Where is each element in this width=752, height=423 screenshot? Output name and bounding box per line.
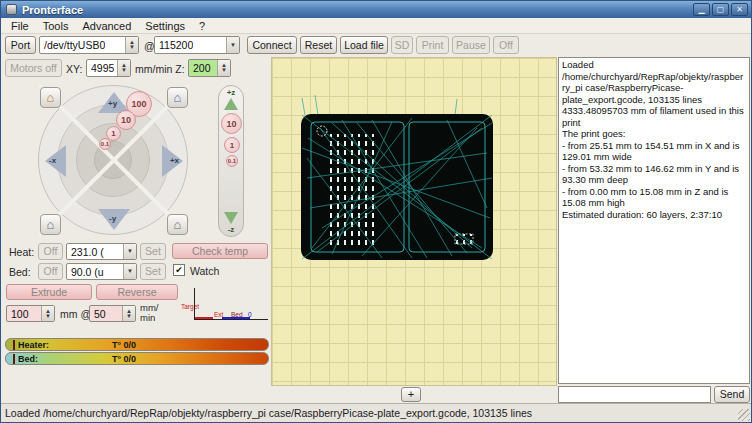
bed-temp-select[interactable]: 90.0 (u ▼ bbox=[66, 263, 137, 280]
minus-y-label: -y bbox=[109, 214, 116, 223]
port-button[interactable]: Port bbox=[5, 36, 36, 54]
command-input[interactable] bbox=[558, 386, 711, 403]
baud-value: 115200 bbox=[159, 39, 193, 51]
menu-settings[interactable]: Settings bbox=[138, 19, 192, 33]
spinner-arrows-icon[interactable]: ▲▼ bbox=[122, 306, 135, 321]
pause-button[interactable]: Pause bbox=[452, 36, 490, 54]
reset-button[interactable]: Reset bbox=[300, 36, 337, 54]
xy-feed-label: XY: bbox=[66, 63, 82, 75]
check-temp-button[interactable]: Check temp bbox=[172, 243, 268, 259]
menu-tools[interactable]: Tools bbox=[36, 19, 76, 33]
xy-step-10[interactable]: 10 bbox=[116, 110, 136, 130]
gcode-print-preview bbox=[272, 58, 558, 387]
resize-grip[interactable] bbox=[738, 409, 750, 421]
off-button[interactable]: Off bbox=[493, 36, 519, 54]
heater-gauge-value: T° 0/0 bbox=[112, 339, 136, 351]
heat-label: Heat: bbox=[9, 246, 34, 258]
heat-temp-value: 231.0 ( bbox=[71, 246, 104, 258]
xy-feed-input[interactable]: 4995 ▲▼ bbox=[86, 59, 131, 77]
home-icon: ⌂ bbox=[47, 91, 55, 104]
zoom-in-button[interactable]: + bbox=[401, 387, 421, 402]
jog-plus-z-button[interactable] bbox=[224, 98, 238, 110]
send-button[interactable]: Send bbox=[714, 386, 750, 403]
titlebar[interactable]: Pronterface ▁ ▢ ✕ bbox=[1, 1, 751, 18]
watch-checkbox[interactable]: ✔ bbox=[173, 264, 185, 276]
viewer-bottom-strip: + bbox=[271, 386, 557, 403]
extrude-length-input[interactable]: 100 ▲▼ bbox=[6, 305, 55, 322]
bed-gauge: Bed: T° 0/0 bbox=[5, 352, 269, 365]
log-line: - from 25.51 mm to 154.51 mm in X and is… bbox=[562, 140, 746, 163]
close-icon[interactable]: ✕ bbox=[731, 3, 748, 16]
graph-ext-line bbox=[195, 317, 213, 319]
motors-off-button[interactable]: Motors off bbox=[5, 59, 62, 77]
print-button[interactable]: Print bbox=[416, 36, 449, 54]
log-line: 4333.48095703 mm of filament used in thi… bbox=[562, 105, 746, 128]
menu-file[interactable]: File bbox=[4, 19, 36, 33]
control-panel: Motors off XY: 4995 ▲▼ mm/min Z: 200 ▲▼ … bbox=[1, 57, 271, 403]
menu-help[interactable]: ? bbox=[192, 19, 212, 33]
log-line: - from 0.00 mm to 15.08 mm in Z and is 1… bbox=[562, 186, 746, 209]
temp-graph: Target Ext Bed 0 bbox=[180, 287, 269, 327]
load-file-button[interactable]: Load file bbox=[340, 36, 388, 54]
window-title: Pronterface bbox=[22, 4, 693, 16]
z-feed-label: mm/min Z: bbox=[135, 63, 185, 75]
extrude-button[interactable]: Extrude bbox=[6, 284, 92, 300]
dropdown-arrow-icon[interactable]: ▼ bbox=[123, 244, 136, 259]
minimize-icon[interactable]: ▁ bbox=[693, 3, 710, 16]
bed-set-button[interactable]: Set bbox=[140, 263, 166, 280]
spinner-arrows-icon[interactable]: ▲▼ bbox=[217, 60, 230, 76]
maximize-icon[interactable]: ▢ bbox=[712, 3, 729, 16]
connect-button[interactable]: Connect bbox=[247, 36, 297, 54]
window-controls: ▁ ▢ ✕ bbox=[693, 3, 748, 16]
dropdown-arrow-icon[interactable]: ▼ bbox=[123, 264, 136, 279]
mm-min-label: min bbox=[140, 312, 155, 323]
spinner-arrows-icon[interactable]: ▲▼ bbox=[41, 306, 54, 321]
home-y-button[interactable]: ⌂ bbox=[167, 87, 188, 108]
jog-minus-z-button[interactable] bbox=[224, 212, 238, 224]
graph-bed-line bbox=[222, 317, 250, 319]
plus-x-label: +x bbox=[170, 156, 179, 165]
bed-gauge-value: T° 0/0 bbox=[112, 353, 136, 365]
dropdown-arrow-icon[interactable]: ▼ bbox=[226, 37, 239, 53]
z-feed-input[interactable]: 200 ▲▼ bbox=[188, 59, 231, 77]
extrude-speed-value: 50 bbox=[94, 308, 106, 320]
home-x-button[interactable]: ⌂ bbox=[40, 87, 61, 108]
check-icon: ✔ bbox=[175, 266, 183, 275]
home-all-button[interactable]: ⌂ bbox=[167, 214, 188, 235]
heater-gauge-label: Heater: bbox=[18, 339, 49, 351]
xy-feed-value: 4995 bbox=[91, 62, 114, 74]
mm-at-label: mm @ bbox=[60, 308, 91, 320]
port-select[interactable]: /dev/ttyUSB0 ▲▼ bbox=[39, 36, 139, 54]
log-line: Loaded /home/churchyard/RepRap/objekty/r… bbox=[562, 59, 746, 105]
log-line: Estimated duration: 60 layers, 2:37:10 bbox=[562, 209, 746, 221]
home-z-button[interactable]: ⌂ bbox=[40, 214, 61, 235]
z-step-10[interactable]: 10 bbox=[221, 113, 242, 134]
z-feed-value: 200 bbox=[193, 62, 211, 74]
gcode-viewer[interactable] bbox=[271, 57, 557, 386]
home-icon: ⌂ bbox=[174, 218, 182, 231]
spinner-arrows-icon[interactable]: ▲▼ bbox=[117, 60, 130, 76]
z-step-0-1[interactable]: 0.1 bbox=[226, 155, 238, 167]
port-value: /dev/ttyUSB0 bbox=[44, 39, 105, 51]
z-step-1[interactable]: 1 bbox=[224, 137, 240, 153]
extrude-length-value: 100 bbox=[11, 308, 29, 320]
menu-advanced[interactable]: Advanced bbox=[75, 19, 138, 33]
spinner-arrows-icon[interactable]: ▲▼ bbox=[125, 37, 138, 53]
toolbar: Port /dev/ttyUSB0 ▲▼ @ 115200 ▼ Connect … bbox=[1, 34, 751, 57]
graph-y-axis bbox=[194, 288, 195, 320]
extrude-speed-input[interactable]: 50 ▲▼ bbox=[89, 305, 136, 322]
xy-step-0-1[interactable]: 0.1 bbox=[99, 138, 111, 150]
heat-set-button[interactable]: Set bbox=[140, 243, 166, 260]
log-output[interactable]: Loaded /home/churchyard/RepRap/objekty/r… bbox=[558, 57, 750, 384]
heat-off-button[interactable]: Off bbox=[38, 243, 63, 260]
bed-off-button[interactable]: Off bbox=[38, 263, 63, 280]
graph-target-label: Target bbox=[181, 303, 199, 310]
status-text: Loaded /home/churchyard/RepRap/objekty/r… bbox=[5, 407, 532, 419]
reverse-button[interactable]: Reverse bbox=[96, 284, 178, 300]
sd-button[interactable]: SD bbox=[391, 36, 413, 54]
log-line: The print goes: bbox=[562, 128, 746, 140]
heat-temp-select[interactable]: 231.0 ( ▼ bbox=[66, 243, 137, 260]
bed-label: Bed: bbox=[9, 266, 31, 278]
baud-select[interactable]: 115200 ▼ bbox=[154, 36, 240, 54]
heater-gauge: Heater: T° 0/0 bbox=[5, 338, 269, 351]
